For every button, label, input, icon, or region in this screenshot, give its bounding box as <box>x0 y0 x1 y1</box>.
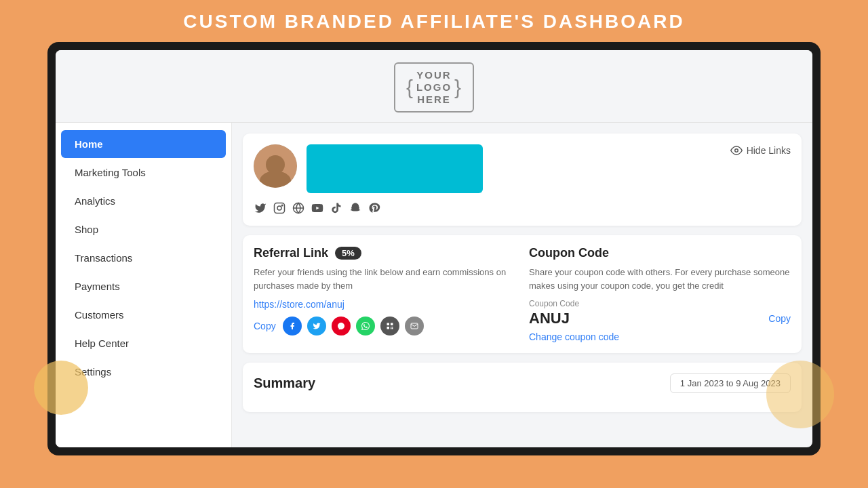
svg-rect-8 <box>391 323 393 326</box>
referral-link[interactable]: https://store.com/anuj <box>254 299 515 310</box>
referral-badge: 5% <box>335 247 361 260</box>
tiktok-icon[interactable] <box>330 201 343 215</box>
deco-right <box>766 361 834 428</box>
eye-icon <box>730 144 743 157</box>
avatar <box>254 144 297 188</box>
twitter-icon[interactable] <box>254 201 267 215</box>
logo-area: { YOURLOGOHERE } <box>56 50 812 123</box>
svg-rect-12 <box>391 328 392 329</box>
summary-section: Summary 1 Jan 2023 to 9 Aug 2023 <box>243 363 802 412</box>
share-pinterest-icon[interactable] <box>332 317 351 336</box>
svg-rect-9 <box>387 327 389 329</box>
summary-header: Summary 1 Jan 2023 to 9 Aug 2023 <box>254 373 791 393</box>
referral-copy-row: Copy <box>254 317 515 336</box>
share-qr-icon[interactable] <box>380 317 399 336</box>
sidebar-item-analytics[interactable]: Analytics <box>61 187 226 215</box>
sidebar-item-marketing-tools[interactable]: Marketing Tools <box>61 159 226 186</box>
device-inner: { YOURLOGOHERE } Home Marketing Tools An… <box>56 50 812 447</box>
brace-left: { <box>406 76 414 99</box>
social-icons-row <box>254 201 791 215</box>
two-col-layout: Referral Link 5% Refer your friends usin… <box>254 246 791 342</box>
svg-rect-1 <box>275 203 285 214</box>
coupon-code-row: ANUJ Copy <box>529 310 791 327</box>
svg-point-3 <box>281 205 283 206</box>
device-frame: { YOURLOGOHERE } Home Marketing Tools An… <box>47 42 821 455</box>
main-layout: Home Marketing Tools Analytics Shop Tran… <box>56 123 812 447</box>
summary-title: Summary <box>254 375 315 391</box>
coupon-code-value: ANUJ <box>529 310 570 327</box>
svg-rect-10 <box>391 327 392 328</box>
content-area: Hide Links <box>232 123 812 447</box>
change-coupon-link[interactable]: Change coupon code <box>529 331 791 342</box>
avatar-face <box>254 144 297 188</box>
coupon-copy-button[interactable]: Copy <box>768 313 791 324</box>
pinterest-icon[interactable] <box>368 201 381 215</box>
profile-header: Hide Links <box>254 144 791 193</box>
svg-rect-7 <box>387 323 389 326</box>
logo-placeholder: { YOURLOGOHERE } <box>394 62 474 113</box>
share-twitter-icon[interactable] <box>307 317 326 336</box>
sidebar-item-payments[interactable]: Payments <box>61 272 226 300</box>
deco-left <box>34 361 88 415</box>
sidebar-item-transactions[interactable]: Transactions <box>61 244 226 272</box>
referral-title: Referral Link 5% <box>254 246 515 260</box>
referral-copy-button[interactable]: Copy <box>254 321 276 331</box>
coupon-label: Coupon Code <box>529 299 791 308</box>
brace-right: } <box>454 76 462 99</box>
referral-section: Referral Link 5% Refer your friends usin… <box>254 246 515 342</box>
sidebar-item-help-center[interactable]: Help Center <box>61 329 226 357</box>
referral-coupon-section: Referral Link 5% Refer your friends usin… <box>243 235 802 353</box>
youtube-icon[interactable] <box>311 201 324 215</box>
share-facebook-icon[interactable] <box>283 317 302 336</box>
globe-icon[interactable] <box>292 201 305 215</box>
svg-point-0 <box>734 149 738 152</box>
snapchat-icon[interactable] <box>349 201 362 215</box>
share-icons <box>283 317 424 336</box>
svg-rect-13 <box>392 328 393 329</box>
page-title: CUSTOM BRANDED AFFILIATE'S DASHBOARD <box>0 11 868 33</box>
svg-rect-11 <box>392 327 393 328</box>
sidebar-item-shop[interactable]: Shop <box>61 216 226 243</box>
banner-image <box>307 144 483 193</box>
svg-point-2 <box>277 206 281 210</box>
sidebar-item-home[interactable]: Home <box>61 130 226 158</box>
share-whatsapp-icon[interactable] <box>356 317 375 336</box>
profile-section: Hide Links <box>243 134 802 226</box>
hide-links-button[interactable]: Hide Links <box>730 144 791 157</box>
sidebar-item-customers[interactable]: Customers <box>61 301 226 329</box>
logo-text: YOURLOGOHERE <box>416 69 452 106</box>
coupon-title: Coupon Code <box>529 246 791 260</box>
coupon-description: Share your coupon code with others. For … <box>529 266 791 292</box>
top-banner: CUSTOM BRANDED AFFILIATE'S DASHBOARD <box>0 0 868 42</box>
share-email-icon[interactable] <box>405 317 424 336</box>
referral-description: Refer your friends using the link below … <box>254 266 515 292</box>
coupon-section: Coupon Code Share your coupon code with … <box>529 246 791 342</box>
instagram-icon[interactable] <box>273 201 286 215</box>
